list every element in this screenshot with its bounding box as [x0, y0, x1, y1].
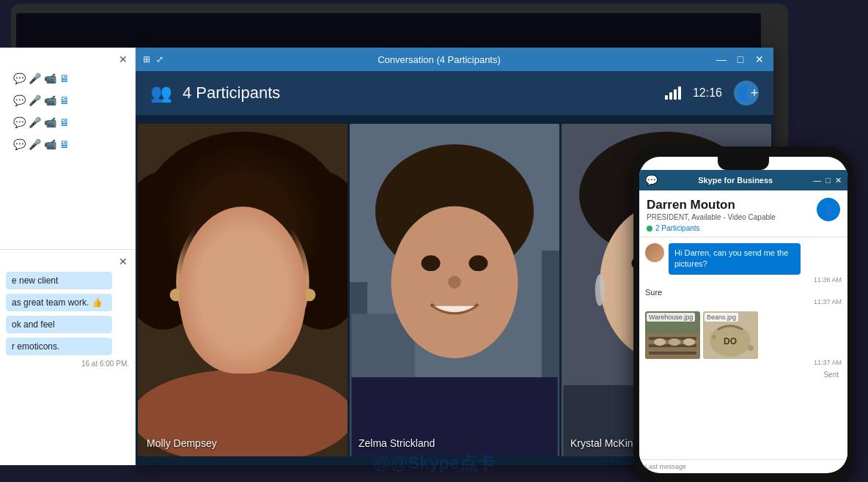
title-bar: ⊞ ⤢ Conversation (4 Participants) — □ ✕ — [136, 48, 773, 71]
svg-point-6 — [255, 255, 277, 271]
beans-label: Beans.jpg — [705, 313, 738, 322]
warehouse-label: Warehouse.jpg — [647, 313, 695, 322]
sfb-avatar-inner — [645, 243, 664, 262]
participant-row-icons-1: 💬 🎤 📹 🖥 — [13, 73, 70, 84]
participants-icon-tb: ⊞ — [143, 54, 150, 64]
sfb-contact-header: Darren Mouton PRESIDENT, Available - Vid… — [639, 190, 847, 237]
svg-point-10 — [303, 289, 315, 301]
sfb-contact-name: Darren Mouton — [647, 198, 776, 212]
svg-point-37 — [683, 338, 695, 346]
video-zelma — [350, 124, 559, 456]
sfb-title-text: Skype for Business — [698, 176, 773, 185]
mic-icon-3: 🎤 — [29, 116, 41, 128]
mic-icon-2: 🎤 — [29, 94, 41, 106]
molly-svg — [138, 124, 347, 456]
zelma-svg — [350, 124, 559, 456]
sfb-msg-content-1: Hi Darren, can you send me the pictures?… — [669, 243, 842, 283]
sfb-status-dot — [647, 226, 652, 231]
svg-point-41 — [712, 335, 716, 339]
sfb-sender-avatar — [645, 243, 664, 262]
signal-bar-2 — [669, 92, 672, 100]
sfb-minimize-button[interactable]: — — [813, 176, 821, 185]
video-icon-4: 📹 — [44, 138, 56, 150]
sfb-message-plain-1: Sure 11:37 AM — [645, 286, 842, 305]
sfb-attachment-beans[interactable]: DO Beans.jpg — [703, 311, 758, 359]
participant-row-2: 💬 🎤 📹 🖥 — [7, 92, 128, 109]
chat-message-4: r emoticons. — [6, 338, 112, 355]
minimize-button[interactable]: — — [715, 53, 728, 65]
screen-icon-4: 🖥 — [59, 138, 70, 150]
svg-text:DO: DO — [724, 336, 737, 346]
participants-group-icon: 👥 — [150, 83, 172, 103]
chat-messages: e new client as great team work. 👍 ok an… — [0, 250, 135, 374]
participant-name-1: Molly Dempsey — [147, 437, 217, 449]
sfb-attachment-warehouse[interactable]: Warehouse.jpg — [645, 311, 700, 359]
svg-point-2 — [138, 171, 211, 330]
svg-point-9 — [170, 289, 183, 301]
video-cell-2: Zelma Strickland — [350, 124, 559, 456]
sfb-title-bar: 💬 Skype for Business — □ ✕ — [639, 170, 847, 190]
chat-icon-3: 💬 — [13, 116, 26, 128]
chat-message-1: e new client — [6, 272, 112, 289]
expand-icon-tb: ⤢ — [156, 54, 163, 64]
svg-point-3 — [274, 171, 347, 330]
sfb-messages: Hi Darren, can you send me the pictures?… — [639, 237, 847, 459]
signal-bar-4 — [678, 86, 681, 100]
title-bar-title: Conversation (4 Participants) — [163, 54, 715, 65]
chat-icon-4: 💬 — [13, 138, 26, 150]
sfb-msg-time-1: 11:36 AM — [669, 276, 842, 283]
phone-notch — [718, 157, 769, 170]
sfb-contact-info: Darren Mouton PRESIDENT, Available - Vid… — [647, 198, 776, 232]
restore-button[interactable]: □ — [734, 53, 747, 65]
sfb-attachments-container: Warehouse.jpg DO — [645, 308, 842, 366]
participants-count-label: 4 Participants — [183, 84, 280, 103]
sfb-participants-count: 2 Participants — [655, 224, 700, 232]
screen-icon-2: 🖥 — [59, 94, 70, 106]
video-cell-1: Molly Dempsey — [138, 124, 347, 456]
sfb-close-button[interactable]: ✕ — [835, 176, 842, 185]
sfb-logo-icon: 💬 — [645, 174, 658, 186]
sfb-avatar-button[interactable]: 👤 — [817, 198, 840, 221]
signal-bar-1 — [665, 95, 668, 100]
svg-point-4 — [176, 203, 309, 361]
svg-rect-34 — [649, 352, 696, 355]
sfb-attachment-time: 11:37 AM — [645, 359, 842, 366]
participant-row-3: 💬 🎤 📹 🖥 — [7, 114, 128, 131]
svg-point-5 — [207, 255, 229, 271]
sfb-sent-label: Sent — [645, 371, 842, 379]
video-icon-1: 📹 — [44, 73, 56, 84]
participant-name-2: Zelma Strickland — [358, 437, 435, 449]
chat-panel: ✕ e new client as great team work. 👍 ok … — [0, 249, 136, 461]
sfb-attachments: Warehouse.jpg DO — [645, 311, 842, 359]
add-participant-button[interactable]: 👤+ — [734, 81, 759, 105]
participant-row-icons-4: 💬 🎤 📹 🖥 — [13, 138, 70, 150]
sfb-contact-title: PRESIDENT, Available - Video Capable — [647, 213, 776, 221]
sfb-message-row-1: Hi Darren, can you send me the pictures?… — [645, 243, 842, 283]
close-button[interactable]: ✕ — [753, 53, 766, 65]
chat-icon-2: 💬 — [13, 94, 26, 106]
chat-message-3: ok and feel — [6, 316, 112, 333]
sfb-msg-time-sure: 11:37 AM — [645, 298, 842, 305]
video-icon-2: 📹 — [44, 94, 56, 106]
sfb-msg-sure: Sure — [645, 286, 842, 298]
participant-row-icons-3: 💬 🎤 📹 🖥 — [13, 116, 70, 128]
signal-bar-3 — [674, 89, 677, 100]
title-bar-controls[interactable]: — □ ✕ — [715, 53, 766, 65]
participant-rows: 💬 🎤 📹 🖥 💬 🎤 📹 🖥 💬 🎤 📹 🖥 — [0, 48, 135, 160]
chat-close-button[interactable]: ✕ — [119, 256, 128, 267]
signal-bars — [665, 86, 681, 100]
sidebar-close-button[interactable]: ✕ — [119, 53, 128, 65]
title-bar-left-icons: ⊞ ⤢ — [143, 54, 163, 64]
svg-point-7 — [235, 279, 251, 292]
svg-point-35 — [654, 338, 666, 346]
sfb-title-controls: — □ ✕ — [813, 176, 842, 185]
sfb-participants-badge: 2 Participants — [647, 224, 776, 232]
video-molly — [138, 124, 347, 456]
chat-time-footer: 16 at 6:00 PM. — [6, 360, 129, 368]
screen-icon-1: 🖥 — [59, 73, 70, 84]
sfb-restore-button[interactable]: □ — [825, 176, 831, 185]
svg-point-20 — [448, 276, 460, 289]
participants-right: 12:16 👤+ — [665, 81, 759, 105]
sfb-app: 💬 Skype for Business — □ ✕ Darren Mouton… — [639, 157, 847, 473]
chat-icon-1: 💬 — [13, 73, 26, 84]
